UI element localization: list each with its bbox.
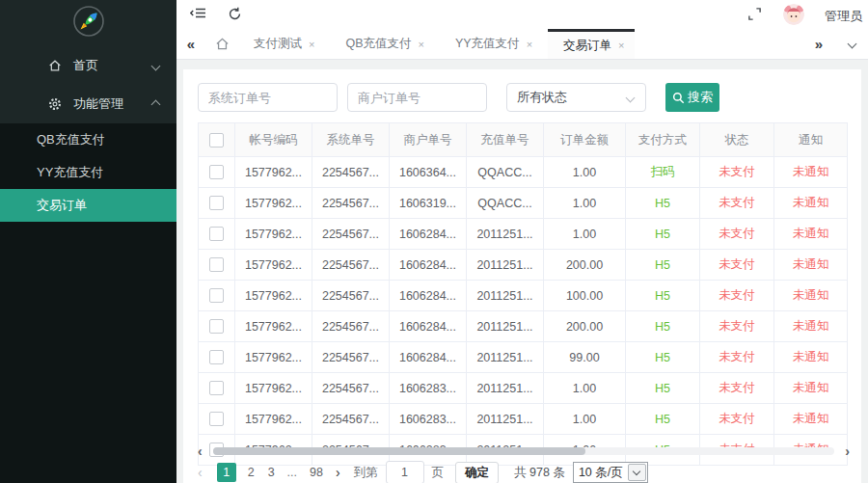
status-select[interactable]: 所有状态 [506, 83, 646, 112]
cell-notice: 未通知 [774, 342, 848, 373]
select-arrow-icon [628, 464, 646, 481]
cell-account-code: 1577962... [235, 342, 312, 373]
search-button-label: 搜索 [688, 89, 713, 106]
close-icon[interactable]: × [309, 39, 314, 50]
app-window: 首页 功能管理 QB充值支付 YY充值支付 交易订单 [0, 0, 868, 483]
col-merchant-no: 商户单号 [390, 123, 467, 157]
tab-qb-pay[interactable]: QB充值支付 × [330, 29, 434, 59]
order-table-body: 1577962... 2254567... 1606364... QQACC..… [199, 157, 848, 466]
row-checkbox[interactable] [209, 227, 224, 241]
cell-notice: 未通知 [774, 311, 848, 342]
cell-account-code: 1577962... [235, 373, 312, 404]
cell-system-no: 2254567... [312, 188, 390, 219]
page-ellipsis: ... [287, 466, 297, 479]
tab-actions-chevron-icon[interactable] [835, 40, 868, 47]
tab-label: QB充值支付 [345, 36, 411, 52]
page-button-1[interactable]: 1 [217, 463, 236, 482]
jump-prefix-label: 到第 [354, 465, 378, 481]
cell-account-code: 1577962... [235, 188, 312, 219]
table-row: 1577962... 2254567... 1606284... 2011251… [199, 311, 848, 342]
cell-amount: 1.00 [544, 219, 626, 250]
horizontal-scrollbar-track[interactable] [213, 447, 834, 455]
cell-pay-method: H5 [626, 373, 700, 404]
cell-amount: 1.00 [544, 404, 626, 435]
row-checkbox[interactable] [209, 165, 224, 179]
cell-status: 未支付 [700, 311, 774, 342]
cell-recharge-no: QQACC... [467, 157, 544, 188]
fullscreen-icon[interactable] [747, 7, 762, 21]
app-logo[interactable] [0, 0, 176, 46]
merchant-order-input[interactable] [347, 83, 487, 112]
page-next-icon[interactable]: › [336, 465, 340, 480]
table-scroll-row: ‹ › [198, 443, 850, 459]
row-checkbox[interactable] [209, 412, 224, 426]
scroll-left-icon[interactable]: ‹ [198, 443, 203, 459]
system-order-input[interactable] [198, 83, 338, 112]
sidebar-item-function-mgmt[interactable]: 功能管理 [0, 85, 176, 123]
row-checkbox[interactable] [209, 381, 224, 395]
table-header-row: 帐号编码 系统单号 商户单号 充值单号 订单金额 支付方式 状态 通知 [199, 123, 848, 157]
close-icon[interactable]: × [527, 39, 532, 50]
close-icon[interactable]: × [618, 40, 624, 51]
username-label[interactable]: 管理员 [825, 8, 862, 25]
tab-home[interactable] [205, 29, 238, 59]
sidebar-subitem-trade-orders[interactable]: 交易订单 [0, 189, 176, 222]
tabs-scroll-right-icon[interactable]: » [802, 36, 835, 52]
close-icon[interactable]: × [419, 39, 424, 50]
cell-recharge-no: 2011251... [467, 219, 544, 250]
search-button[interactable]: 搜索 [665, 83, 719, 112]
cell-system-no: 2254567... [312, 311, 390, 342]
cell-account-code: 1577962... [235, 250, 312, 281]
col-recharge-no: 充值单号 [467, 123, 544, 157]
table-row: 1577962... 2254567... 1606283... 2011251… [199, 373, 848, 404]
cell-recharge-no: 2011251... [467, 250, 544, 281]
sidebar-subitem-label: QB充值支付 [37, 131, 105, 148]
row-checkbox[interactable] [209, 257, 224, 272]
tab-pay-test[interactable]: 支付测试 × [238, 29, 324, 59]
user-avatar[interactable] [783, 4, 804, 25]
cell-merchant-no: 1606284... [390, 342, 467, 373]
sidebar-subitem-qb-pay[interactable]: QB充值支付 [0, 123, 176, 156]
cell-amount: 1.00 [544, 188, 626, 219]
cell-recharge-no: QQACC... [467, 188, 544, 219]
cell-notice: 未通知 [774, 219, 848, 250]
sidebar-fold-icon[interactable] [190, 7, 206, 19]
cell-pay-method: H5 [626, 219, 700, 250]
row-checkbox[interactable] [209, 350, 224, 364]
row-checkbox[interactable] [209, 288, 224, 303]
page-button-3[interactable]: 3 [268, 466, 275, 479]
tab-yy-pay[interactable]: YY充值支付 × [440, 29, 542, 59]
page-size-select[interactable]: 10 条/页 [573, 462, 648, 483]
row-checkbox[interactable] [209, 319, 224, 334]
page-size-value: 10 条/页 [579, 465, 623, 481]
cell-notice: 未通知 [774, 404, 848, 435]
sidebar-item-label: 首页 [73, 57, 98, 74]
page-button-98[interactable]: 98 [310, 466, 323, 479]
cell-recharge-no: 2011251... [467, 281, 544, 311]
total-count-label: 共 978 条 [514, 465, 565, 481]
cell-notice: 未通知 [774, 250, 848, 281]
page-button-2[interactable]: 2 [248, 466, 255, 479]
select-all-checkbox[interactable] [209, 133, 224, 148]
jump-page-input[interactable] [386, 461, 424, 483]
content-card: 所有状态 搜索 帐号编码 系统单号 商户单号 [183, 69, 861, 483]
refresh-icon[interactable] [228, 7, 242, 21]
sidebar-item-home[interactable]: 首页 [0, 46, 176, 85]
scroll-right-icon[interactable]: › [845, 443, 850, 459]
cell-status: 未支付 [700, 188, 774, 219]
page-prev-icon[interactable]: ‹ [198, 465, 203, 480]
cell-status: 未支付 [700, 157, 774, 188]
table-row: 1577962... 2254567... 1606284... 2011251… [199, 281, 848, 311]
col-notice: 通知 [774, 123, 848, 157]
row-checkbox[interactable] [209, 196, 224, 210]
cell-amount: 1.00 [544, 373, 626, 404]
tab-trade-orders[interactable]: 交易订单 × [548, 29, 634, 59]
horizontal-scrollbar-thumb[interactable] [213, 447, 585, 455]
col-account-code: 帐号编码 [235, 123, 312, 157]
jump-confirm-button[interactable]: 确定 [455, 462, 499, 483]
search-icon [672, 92, 685, 104]
cell-notice: 未通知 [774, 157, 848, 188]
tabs-scroll-left-icon[interactable]: « [176, 29, 205, 59]
cell-system-no: 2254567... [312, 373, 390, 404]
sidebar-subitem-yy-pay[interactable]: YY充值支付 [0, 156, 176, 189]
